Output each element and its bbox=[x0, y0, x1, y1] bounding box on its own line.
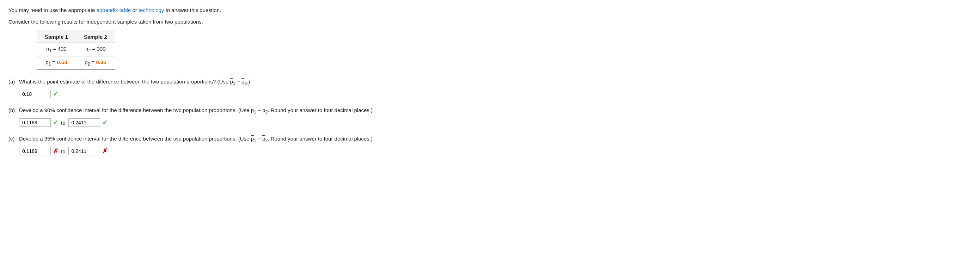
part-b-input-to[interactable] bbox=[68, 118, 100, 127]
part-b: (b) Develop a 90% confidence interval fo… bbox=[8, 106, 972, 127]
part-c-cross-to-icon: ✗ bbox=[102, 147, 108, 155]
part-a-letter: (a) bbox=[8, 78, 19, 86]
col-header-sample1: Sample 1 bbox=[37, 31, 76, 43]
part-b-letter: (b) bbox=[8, 106, 19, 114]
part-b-check-from-icon: ✓ bbox=[53, 119, 58, 127]
part-b-question: Develop a 90% confidence interval for th… bbox=[19, 106, 972, 116]
part-a-question: What is the point estimate of the differ… bbox=[19, 78, 972, 87]
cell-n2: n2 = 300 bbox=[76, 43, 115, 56]
sample-table: Sample 1 Sample 2 n1 = 400 n2 = 300 p1 =… bbox=[37, 31, 115, 70]
part-b-check-to-icon: ✓ bbox=[102, 119, 108, 127]
appendix-table-link[interactable]: appendix table bbox=[97, 7, 131, 13]
part-a-answer-row: ✓ bbox=[19, 90, 972, 98]
col-header-sample2: Sample 2 bbox=[76, 31, 115, 43]
intro-text: You may need to use the appropriate appe… bbox=[8, 6, 972, 14]
part-a-input[interactable] bbox=[19, 90, 51, 98]
part-c-to-label: to bbox=[61, 148, 65, 154]
part-c-cross-from-icon: ✗ bbox=[53, 147, 58, 155]
part-a-check-icon: ✓ bbox=[53, 90, 58, 98]
cell-p2: p2 = 0.35 bbox=[76, 56, 115, 70]
part-c-letter: (c) bbox=[8, 135, 19, 143]
consider-text: Consider the following results for indep… bbox=[8, 18, 972, 26]
cell-p1: p1 = 0.53 bbox=[37, 56, 76, 70]
intro-text2: or bbox=[131, 7, 138, 13]
part-c-input-to[interactable] bbox=[68, 147, 100, 156]
part-c: (c) Develop a 95% confidence interval fo… bbox=[8, 135, 972, 156]
intro-text3: to answer this question. bbox=[164, 7, 221, 13]
part-a: (a) What is the point estimate of the di… bbox=[8, 78, 972, 98]
part-b-answer-row: ✓ to ✓ bbox=[19, 118, 972, 127]
table-row-p: p1 = 0.53 p2 = 0.35 bbox=[37, 56, 115, 70]
table-row-n: n1 = 400 n2 = 300 bbox=[37, 43, 115, 56]
part-c-input-from[interactable] bbox=[19, 147, 51, 156]
cell-n1: n1 = 400 bbox=[37, 43, 76, 56]
intro-text1: You may need to use the appropriate bbox=[8, 7, 97, 13]
part-c-label: (c) Develop a 95% confidence interval fo… bbox=[8, 135, 972, 144]
technology-link[interactable]: technology bbox=[138, 7, 164, 13]
part-b-label: (b) Develop a 90% confidence interval fo… bbox=[8, 106, 972, 116]
part-b-input-from[interactable] bbox=[19, 118, 51, 127]
part-b-to-label: to bbox=[61, 120, 65, 126]
part-c-question: Develop a 95% confidence interval for th… bbox=[19, 135, 972, 144]
part-c-answer-row: ✗ to ✗ bbox=[19, 147, 972, 156]
part-a-label: (a) What is the point estimate of the di… bbox=[8, 78, 972, 87]
